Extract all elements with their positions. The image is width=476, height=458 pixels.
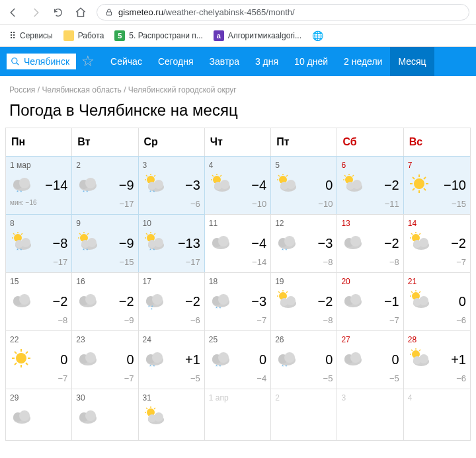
city-search[interactable]: Челябинск	[5, 52, 77, 71]
high-temp: +1	[185, 352, 200, 367]
day-cell[interactable]: 230−7	[72, 330, 138, 389]
apps-button[interactable]: ⠿Сервисы	[9, 30, 53, 41]
day-number: 9	[76, 219, 134, 228]
url-domain: gismeteo.ru	[118, 7, 163, 17]
low-temp: −17	[143, 257, 200, 267]
bookmarks-bar: ⠿Сервисы Работа 55. Распространи п... aА…	[0, 25, 476, 47]
day-cell[interactable]: 270−5	[337, 330, 403, 389]
tab-2 недели[interactable]: 2 недели	[336, 47, 390, 76]
low-temp: −17	[10, 257, 67, 267]
day-number: 1 апр	[209, 393, 266, 402]
low-temp: −6	[408, 315, 466, 325]
address-bar[interactable]: gismeteo.ru/weather-chelyabinsk-4565/mon…	[97, 4, 469, 20]
weather-icon	[76, 347, 99, 372]
weather-icon	[209, 289, 231, 314]
tab-3 дня[interactable]: 3 дня	[247, 47, 286, 76]
day-cell[interactable]: 10−13−17	[139, 214, 205, 272]
day-cell[interactable]: 3−3−6	[139, 156, 205, 214]
day-number: 10	[143, 219, 200, 228]
day-cell[interactable]: 20−1−7	[337, 272, 403, 330]
day-cell[interactable]: 4−4−10	[205, 156, 271, 214]
day-number: 29	[10, 393, 67, 402]
low-temp: −4	[209, 373, 266, 383]
day-cell[interactable]: 6−2−11	[337, 156, 403, 214]
bookmark-work[interactable]: Работа	[63, 30, 104, 41]
day-cell[interactable]: 7−10−15	[404, 156, 470, 214]
low-temp: −15	[408, 199, 466, 209]
high-temp: −9	[119, 178, 134, 193]
breadcrumb-link[interactable]: Челябинский городской округ	[128, 85, 237, 95]
day-cell[interactable]: 50−10	[271, 156, 337, 214]
weather-icon	[143, 172, 165, 198]
day-cell[interactable]: 13−2−8	[337, 214, 403, 272]
bookmark-globe[interactable]: 🌐	[312, 30, 323, 41]
low-temp: −7	[408, 257, 466, 267]
day-cell[interactable]: 11−4−14	[205, 214, 271, 272]
high-temp: 0	[392, 352, 399, 367]
day-cell[interactable]: 28+1−6	[404, 330, 470, 389]
day-cell[interactable]: 9−9−15	[72, 214, 138, 272]
favorite-star[interactable]: ☆	[77, 53, 99, 70]
day-cell[interactable]: 12−3−8	[271, 214, 337, 272]
day-number: 3	[143, 161, 200, 170]
day-cell[interactable]: 220−7	[6, 330, 72, 389]
high-temp: 0	[126, 352, 134, 367]
site-nav: Челябинск ☆ СейчасСегодняЗавтра3 дня10 д…	[0, 47, 476, 76]
forward-button[interactable]	[29, 6, 42, 19]
day-cell: 1 апр	[205, 389, 271, 440]
day-number: 2	[275, 393, 333, 402]
day-cell[interactable]: 31	[139, 389, 205, 440]
back-button[interactable]	[7, 6, 20, 19]
min-label: мин: −16	[10, 199, 67, 206]
tab-10 дней[interactable]: 10 дней	[286, 47, 336, 76]
day-cell[interactable]: 29	[6, 389, 72, 440]
tab-Завтра[interactable]: Завтра	[202, 47, 247, 76]
day-number: 22	[10, 335, 67, 344]
site-icon: a	[214, 30, 224, 41]
high-temp: 0	[325, 178, 333, 193]
tab-Месяц[interactable]: Месяц	[390, 47, 434, 76]
weather-icon	[408, 172, 430, 198]
day-cell[interactable]: 30	[72, 389, 138, 440]
weather-icon	[209, 347, 231, 372]
day-cell[interactable]: 2−9−17	[72, 156, 138, 214]
day-cell[interactable]: 8−8−17	[6, 214, 72, 272]
breadcrumb-link[interactable]: Челябинская область	[42, 85, 121, 95]
site-icon: 5	[114, 30, 125, 41]
day-cell[interactable]: 15−2−8	[6, 272, 72, 330]
day-cell[interactable]: 19−2−8	[271, 272, 337, 330]
day-cell[interactable]: 18−3−7	[205, 272, 271, 330]
tab-Сегодня[interactable]: Сегодня	[150, 47, 202, 76]
low-temp: −14	[209, 257, 266, 267]
high-temp: 0	[259, 352, 266, 367]
day-cell[interactable]: 14−2−7	[404, 214, 470, 272]
breadcrumb-link[interactable]: Россия	[9, 85, 35, 95]
day-cell[interactable]: 17−2−6	[139, 272, 205, 330]
weather-icon	[143, 405, 165, 430]
weather-icon	[143, 231, 165, 256]
home-button[interactable]	[74, 6, 87, 19]
day-cell[interactable]: 210−6	[404, 272, 470, 330]
day-cell: 2	[271, 389, 337, 440]
day-cell[interactable]: 24+1−5	[139, 330, 205, 389]
day-number: 18	[209, 277, 266, 286]
high-temp: −3	[318, 236, 333, 251]
day-cell[interactable]: 1 мар−14мин: −16	[6, 156, 72, 214]
day-cell[interactable]: 250−4	[205, 330, 271, 389]
day-number: 3	[341, 393, 399, 402]
bookmark-algo[interactable]: aАлгоритмикаalgori...	[214, 30, 301, 41]
day-cell[interactable]: 16−2−9	[72, 272, 138, 330]
tab-Сейчас[interactable]: Сейчас	[102, 47, 150, 76]
weather-icon	[408, 347, 430, 372]
low-temp: −11	[341, 199, 399, 209]
day-number: 21	[408, 277, 466, 286]
high-temp: −4	[251, 178, 266, 193]
weather-icon	[275, 231, 298, 256]
weekday-label: Вт	[72, 128, 138, 156]
reload-button[interactable]	[52, 6, 65, 19]
day-number: 26	[275, 335, 333, 344]
weekday-label: Чт	[205, 128, 271, 156]
high-temp: −2	[185, 294, 200, 309]
day-cell[interactable]: 260−5	[271, 330, 337, 389]
bookmark-spread[interactable]: 55. Распространи п...	[114, 30, 202, 41]
